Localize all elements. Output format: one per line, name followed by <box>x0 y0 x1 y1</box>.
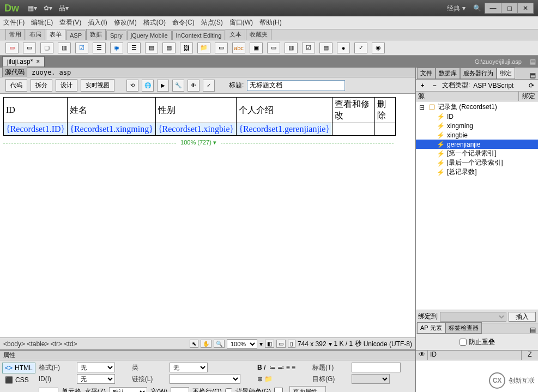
field-gerenjianjie[interactable]: ⚡gerenjianjie <box>416 140 538 149</box>
class-select[interactable]: 无 <box>170 363 208 372</box>
checkboxgroup-icon[interactable]: ☰ <box>93 43 106 53</box>
checkbox-icon[interactable]: ☑ <box>75 43 88 53</box>
link-buttons[interactable]: ⊕ 📁 <box>257 375 308 383</box>
close-tab-icon[interactable]: × <box>36 58 40 65</box>
imagefield-icon[interactable]: 🖼 <box>180 43 193 53</box>
tab-bindings[interactable]: 绑定 <box>497 68 515 79</box>
td-delete[interactable] <box>374 123 395 136</box>
live-view-button[interactable]: 实时视图 <box>81 79 114 92</box>
inspect-icon[interactable]: 🌐 <box>142 80 154 92</box>
visual-aid-icon[interactable]: 👁 <box>188 80 200 92</box>
field-total-records[interactable]: ⚡[总记录数] <box>416 167 538 177</box>
filefield-icon[interactable]: 📁 <box>197 43 210 53</box>
cat-spry[interactable]: Spry <box>106 31 126 40</box>
menu-commands[interactable]: 命令(C) <box>172 18 195 27</box>
table-header-row[interactable]: ID 姓名 性别 个人介绍 查看和修改 删除 <box>4 98 396 123</box>
prop-title[interactable]: 属性 <box>0 351 415 360</box>
cat-fav[interactable]: 收藏夹 <box>246 29 271 40</box>
tag-selector[interactable]: <body> <table> <tr> <td> <box>3 340 77 348</box>
validate-icon[interactable]: ✓ <box>203 80 215 92</box>
doc-tab-jiluji[interactable]: jiluji.asp* × <box>2 56 45 67</box>
format-select[interactable]: 无 <box>77 363 115 372</box>
pointer-icon[interactable]: ⬉ <box>190 340 198 348</box>
td-name[interactable]: {Recordset1.xingming} <box>68 123 156 136</box>
spry-password-icon[interactable]: ● <box>337 43 350 53</box>
zoom-select[interactable]: 100% <box>227 339 257 349</box>
cat-ice[interactable]: InContext Editing <box>172 31 226 40</box>
cat-asp[interactable]: ASP <box>66 31 86 40</box>
spry-confirm-icon[interactable]: ✓ <box>354 43 367 53</box>
dimensions-label[interactable]: 744 x 392 <box>298 340 327 348</box>
title-input2[interactable] <box>352 363 401 372</box>
td-id[interactable]: {Recordset1.ID} <box>4 123 68 136</box>
menu-edit[interactable]: 编辑(E) <box>31 18 53 27</box>
remove-binding-button[interactable]: − <box>430 82 439 89</box>
minimize-button[interactable]: — <box>485 3 501 14</box>
th-id[interactable]: ID <box>4 98 68 123</box>
mobile-icon[interactable]: ▯ <box>288 340 295 348</box>
spry-radio-icon[interactable]: ◉ <box>372 43 385 53</box>
ap-panel-menu-icon[interactable]: ▤ <box>528 326 537 334</box>
nowrap-checkbox[interactable] <box>225 388 232 392</box>
site-menu-icon[interactable]: 品▾ <box>59 4 69 13</box>
table-data-row[interactable]: {Recordset1.ID} {Recordset1.xingming} {R… <box>4 123 396 136</box>
tree-recordset[interactable]: ⊟ ❒ 记录集 (Recordset1) <box>416 102 538 112</box>
th-delete[interactable]: 删除 <box>374 98 395 123</box>
cat-forms[interactable]: 表单 <box>46 29 65 40</box>
th-intro[interactable]: 个人介绍 <box>237 98 333 123</box>
add-binding-button[interactable]: + <box>418 82 427 89</box>
hand-icon[interactable]: ✋ <box>201 340 211 348</box>
spry-text-icon[interactable]: ▭ <box>267 43 280 53</box>
td-gender[interactable]: {Recordset1.xingbie} <box>155 123 236 136</box>
design-view-button[interactable]: 设计 <box>56 79 77 92</box>
extend-menu-icon[interactable]: ✿▾ <box>44 4 52 12</box>
form-icon[interactable]: ▭ <box>5 43 19 53</box>
menu-site[interactable]: 站点(S) <box>201 18 223 27</box>
prop-mode-css[interactable]: ⬛CSS <box>2 375 35 385</box>
label-icon[interactable]: abc <box>232 43 245 53</box>
id-select[interactable]: 无 <box>77 374 115 384</box>
design-view[interactable]: ID 姓名 性别 个人介绍 查看和修改 删除 {Recordset1.ID} {… <box>0 94 415 337</box>
horiz-select[interactable]: 默认 <box>109 387 147 393</box>
screen-mode-icon[interactable]: ◧ <box>265 340 274 348</box>
hidden-icon[interactable]: ▢ <box>40 43 53 53</box>
maximize-button[interactable]: ◻ <box>501 3 517 14</box>
tab-server-behaviors[interactable]: 服务器行为 <box>460 68 497 79</box>
td-view-edit[interactable] <box>333 123 375 136</box>
prevent-overlap-checkbox[interactable] <box>460 339 467 346</box>
link-select[interactable] <box>170 374 240 384</box>
radio-icon[interactable]: ◉ <box>110 43 123 53</box>
screen-icon[interactable]: ▭ <box>276 340 286 348</box>
ap-elements-list[interactable] <box>416 360 538 392</box>
insert-button[interactable]: 插入 <box>509 312 536 322</box>
related-file[interactable]: zuoye. asp <box>32 69 71 76</box>
th-view-edit[interactable]: 查看和修改 <box>333 98 375 123</box>
tab-tag-inspector[interactable]: 标签检查器 <box>445 322 482 334</box>
cat-data[interactable]: 数据 <box>86 29 106 40</box>
fieldset-icon[interactable]: ▣ <box>250 43 263 53</box>
browser-icon[interactable]: ▶ <box>157 80 169 92</box>
prop-mode-html[interactable]: <>HTML <box>2 363 35 373</box>
field-first-index[interactable]: ⚡[第一个记录索引] <box>416 149 538 158</box>
tab-databases[interactable]: 数据库 <box>436 68 460 79</box>
tab-ap-elements[interactable]: AP 元素 <box>417 322 445 334</box>
livecode-icon[interactable]: ⟲ <box>126 80 138 92</box>
layout-menu-icon[interactable]: ▦▾ <box>28 4 37 12</box>
field-id[interactable]: ⚡ID <box>416 112 538 121</box>
select-icon[interactable]: ▤ <box>145 43 158 53</box>
collapse-icon[interactable]: ⊟ <box>418 104 426 111</box>
related-source[interactable]: 源代码 <box>2 67 27 78</box>
code-view-button[interactable]: 代码 <box>5 79 27 92</box>
cat-common[interactable]: 常用 <box>5 29 25 40</box>
menu-window[interactable]: 窗口(W) <box>229 18 253 27</box>
field-xingbie[interactable]: ⚡xingbie <box>416 130 538 140</box>
bindings-tree[interactable]: ⊟ ❒ 记录集 (Recordset1) ⚡ID ⚡xingming ⚡xing… <box>416 101 538 310</box>
spry-select-icon[interactable]: ▤ <box>319 43 333 53</box>
menu-format[interactable]: 格式(O) <box>143 18 166 27</box>
workspace-switcher[interactable]: 经典 ▾ <box>447 4 466 13</box>
close-button[interactable]: ✕ <box>517 3 534 14</box>
cat-jquery[interactable]: jQuery Mobile <box>127 31 172 40</box>
textfield-icon[interactable]: ▭ <box>23 43 36 53</box>
bindto-select[interactable] <box>440 312 506 322</box>
tab-files[interactable]: 文件 <box>417 68 436 79</box>
